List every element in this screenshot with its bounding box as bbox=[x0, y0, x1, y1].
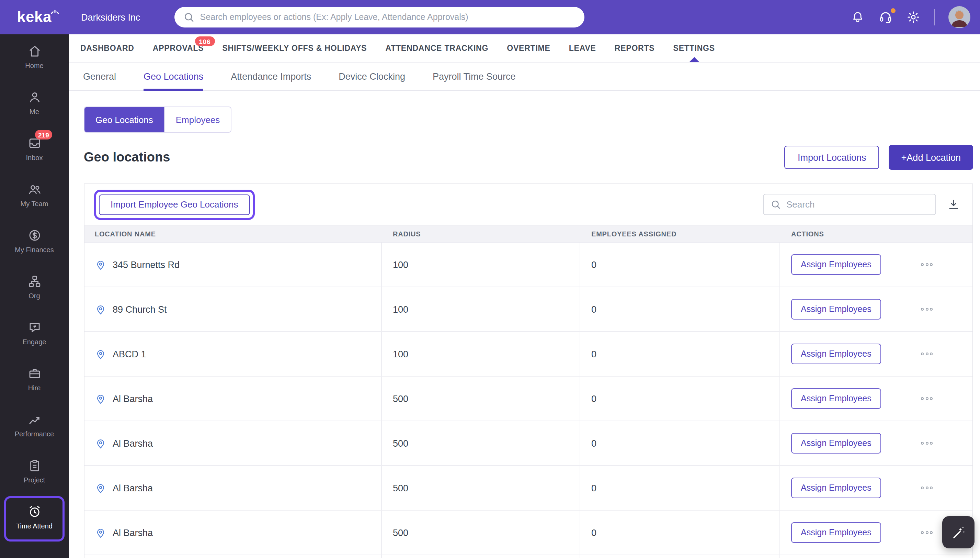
row-menu-icon[interactable] bbox=[921, 442, 933, 445]
keka-logo-text: keka bbox=[17, 8, 51, 26]
sidebar-item-performance[interactable]: Performance bbox=[4, 404, 65, 450]
sidebar-item-label: Project bbox=[24, 476, 45, 484]
map-pin-icon bbox=[95, 393, 106, 404]
global-search[interactable] bbox=[175, 7, 585, 28]
tab-dashboard[interactable]: DASHBOARD bbox=[80, 34, 134, 62]
column-header-radius: RADIUS bbox=[382, 225, 580, 242]
sidebar-item-engage[interactable]: Engage bbox=[4, 312, 65, 357]
map-pin-icon bbox=[95, 437, 106, 449]
logo-rays-icon bbox=[50, 5, 60, 17]
row-menu-icon[interactable] bbox=[921, 397, 933, 400]
inbox-icon: 219 bbox=[27, 136, 41, 151]
location-name: Al Barsha bbox=[113, 438, 153, 448]
company-name: Darksiders Inc bbox=[81, 12, 141, 22]
settings-gear-icon[interactable] bbox=[906, 10, 920, 24]
assign-employees-button[interactable]: Assign Employees bbox=[791, 388, 881, 409]
tab-shifts-weekly-offs-holidays[interactable]: SHIFTS/WEEKLY OFFS & HOLIDAYS bbox=[222, 34, 367, 62]
tab-attendance-tracking[interactable]: ATTENDANCE TRACKING bbox=[385, 34, 488, 62]
employees-assigned-value: 0 bbox=[580, 510, 780, 555]
approvals-badge: 106 bbox=[195, 36, 214, 46]
location-name: ABCD 1 bbox=[113, 349, 146, 359]
tab-settings[interactable]: SETTINGS bbox=[673, 34, 715, 62]
add-location-button[interactable]: +Add Location bbox=[889, 145, 973, 170]
tab-overtime[interactable]: OVERTIME bbox=[507, 34, 550, 62]
row-menu-icon[interactable] bbox=[921, 531, 933, 534]
column-header-location-name: LOCATION NAME bbox=[85, 225, 382, 242]
subtab-attendance-imports[interactable]: Attendance Imports bbox=[231, 62, 311, 90]
toggle-geo-locations[interactable]: Geo Locations bbox=[85, 107, 164, 132]
sidebar-item-home[interactable]: Home bbox=[4, 36, 65, 81]
topbar-icons bbox=[851, 6, 980, 28]
team-icon bbox=[27, 182, 41, 197]
sidebar-item-label: Org bbox=[28, 292, 40, 300]
import-locations-button[interactable]: Import Locations bbox=[785, 146, 879, 169]
sidebar-item-label: Me bbox=[29, 108, 39, 115]
geo-locations-card: Import Employee Geo Locations LOCATION N… bbox=[84, 184, 973, 558]
home-icon bbox=[27, 44, 41, 58]
sidebar-item-project[interactable]: Project bbox=[4, 450, 65, 496]
assign-employees-button[interactable]: Assign Employees bbox=[791, 478, 881, 498]
org-chart-icon bbox=[27, 274, 41, 289]
inbox-badge: 219 bbox=[35, 130, 52, 140]
clipboard-icon bbox=[27, 458, 41, 473]
assign-employees-button[interactable]: Assign Employees bbox=[791, 433, 881, 453]
table-search[interactable] bbox=[763, 194, 936, 215]
engage-chat-icon bbox=[27, 320, 41, 335]
employees-assigned-value: 0 bbox=[580, 287, 780, 331]
search-icon bbox=[771, 199, 781, 210]
location-name: 89 Church St bbox=[113, 304, 167, 314]
table-row: ABCD 1 100 0 Assign Employees bbox=[85, 332, 972, 377]
assign-employees-button[interactable]: Assign Employees bbox=[791, 344, 881, 364]
sidebar-item-me[interactable]: Me bbox=[4, 82, 65, 127]
radius-value: 100 bbox=[382, 332, 580, 376]
row-menu-icon[interactable] bbox=[921, 353, 933, 355]
row-menu-icon[interactable] bbox=[921, 308, 933, 310]
notifications-bell-icon[interactable] bbox=[851, 10, 865, 24]
column-header-actions: ACTIONS bbox=[780, 225, 972, 242]
sidebar-item-label: Time Attend bbox=[16, 522, 52, 530]
sidebar-item-inbox[interactable]: 219 Inbox bbox=[4, 128, 65, 173]
sidebar-item-my-finances[interactable]: My Finances bbox=[4, 220, 65, 265]
geo-employees-toggle: Geo Locations Employees bbox=[84, 107, 231, 133]
search-icon bbox=[184, 11, 195, 23]
row-menu-icon[interactable] bbox=[921, 487, 933, 489]
subtab-device-clocking[interactable]: Device Clocking bbox=[339, 62, 405, 90]
user-avatar[interactable] bbox=[949, 6, 970, 28]
support-headset-icon[interactable] bbox=[879, 10, 893, 25]
trend-chart-icon bbox=[27, 412, 41, 427]
sidebar-item-label: Performance bbox=[15, 430, 54, 438]
ai-assistant-fab[interactable] bbox=[942, 516, 975, 548]
sidebar: Home Me 219 Inbox My Team My Finances bbox=[0, 34, 69, 558]
assign-employees-button[interactable]: Assign Employees bbox=[791, 299, 881, 320]
tab-approvals[interactable]: APPROVALS106 bbox=[153, 34, 204, 62]
column-header-employees-assigned: EMPLOYEES ASSIGNED bbox=[580, 225, 780, 242]
global-search-input[interactable] bbox=[200, 12, 576, 22]
subtab-geo-locations[interactable]: Geo Locations bbox=[144, 62, 203, 90]
support-notification-dot bbox=[890, 7, 896, 13]
sidebar-item-my-team[interactable]: My Team bbox=[4, 174, 65, 219]
alarm-clock-icon bbox=[27, 504, 41, 519]
topbar-divider bbox=[934, 9, 935, 25]
sidebar-item-hire[interactable]: Hire bbox=[4, 358, 65, 404]
keka-logo[interactable]: keka bbox=[0, 0, 69, 34]
subtab-general[interactable]: General bbox=[83, 62, 116, 90]
radius-value: 500 bbox=[382, 377, 580, 420]
table-header: LOCATION NAME RADIUS EMPLOYEES ASSIGNED … bbox=[85, 225, 972, 243]
settings-sub-nav: General Geo Locations Attendance Imports… bbox=[69, 62, 980, 91]
download-icon[interactable] bbox=[947, 198, 960, 211]
table-row: Al Barsha 500 0 Assign Employees bbox=[85, 377, 972, 421]
tab-leave[interactable]: LEAVE bbox=[569, 34, 596, 62]
table-row: Al Barsha 500 0 Assign Employees bbox=[85, 421, 972, 466]
table-search-input[interactable] bbox=[786, 199, 929, 210]
assign-employees-button[interactable]: Assign Employees bbox=[791, 254, 881, 275]
import-employee-geo-locations-button[interactable]: Import Employee Geo Locations bbox=[99, 194, 250, 215]
toggle-employees[interactable]: Employees bbox=[164, 107, 231, 132]
title-row: Geo locations Import Locations +Add Loca… bbox=[84, 145, 973, 170]
sidebar-item-org[interactable]: Org bbox=[4, 266, 65, 311]
subtab-payroll-time-source[interactable]: Payroll Time Source bbox=[433, 62, 516, 90]
sidebar-item-time-attend[interactable]: Time Attend bbox=[4, 496, 65, 542]
tab-reports[interactable]: REPORTS bbox=[615, 34, 655, 62]
assign-employees-button[interactable]: Assign Employees bbox=[791, 522, 881, 543]
sidebar-item-label: My Finances bbox=[15, 246, 54, 254]
row-menu-icon[interactable] bbox=[921, 263, 933, 266]
